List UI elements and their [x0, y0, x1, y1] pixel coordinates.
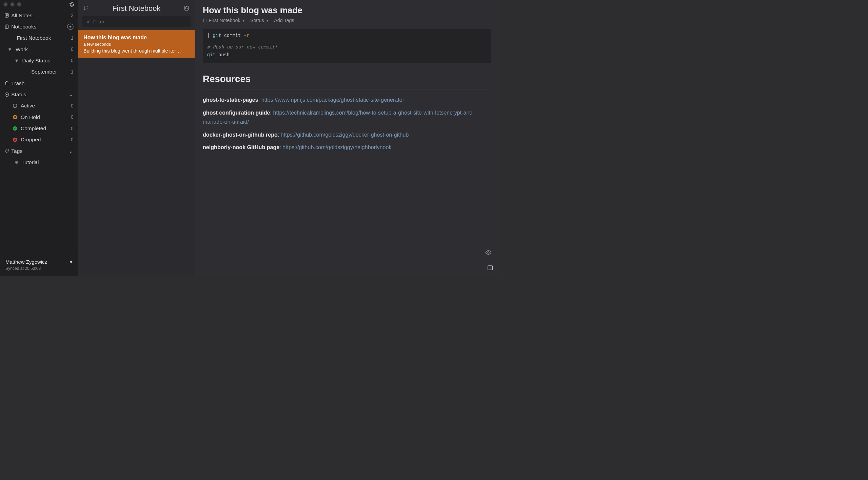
resource-line: ghost configuration guide: https://techn… [203, 108, 491, 126]
sidebar-item-notebooks[interactable]: Notebooks + [0, 21, 78, 32]
more-menu-icon[interactable]: ⋮ [490, 5, 493, 9]
status-count: 0 [71, 126, 74, 131]
settings-icon[interactable] [68, 1, 74, 7]
svg-point-8 [488, 252, 489, 253]
resource-line: docker-ghost-on-github repo: https://git… [203, 130, 491, 139]
note-item-title: How this blog was made [83, 34, 189, 40]
filter-input[interactable] [93, 19, 187, 25]
note-item-time: a few seconds [83, 42, 189, 47]
editor-meta: First Notebook ▾ Status ▾ Add Tags [203, 18, 491, 23]
user-name: Matthew Zygowicz [5, 259, 47, 265]
note-title[interactable]: How this blog was made [203, 5, 491, 15]
notebook-count: 0 [71, 46, 74, 52]
editor-bottom-toolbar [487, 265, 493, 272]
status-label: On Hold [21, 114, 71, 120]
sidebar-notebook-september[interactable]: September 1 [0, 66, 78, 78]
sort-icon[interactable] [82, 4, 90, 12]
notebook-count: 0 [71, 58, 74, 63]
code-line: # Push up our new commit! [207, 43, 487, 51]
sidebar-status-active[interactable]: Active 0 [0, 100, 78, 112]
nav-label: Status [11, 92, 68, 98]
status-selector[interactable]: Status ▾ [250, 18, 268, 23]
sidebar-item-status[interactable]: Status ⌄ [0, 89, 78, 100]
caret-down-icon: ▾ [267, 18, 268, 23]
sidebar: All Notes 2 Notebooks + First Notebook 1… [0, 0, 78, 276]
notebook-name: First Notebook [209, 18, 240, 23]
resource-link[interactable]: https://www.npmjs.com/package/ghost-stat… [261, 97, 404, 103]
sidebar-status-completed[interactable]: ✓ Completed 0 [0, 123, 78, 134]
editor-panel: ⋮ How this blog was made First Notebook … [195, 0, 499, 276]
sync-status: Synced at 20:53:08 [5, 266, 72, 271]
sidebar-tag-tutorial[interactable]: Tutorial [0, 157, 78, 168]
tag-dot-icon [15, 161, 18, 164]
sidebar-nav: All Notes 2 Notebooks + First Notebook 1… [0, 8, 78, 255]
code-line: | git commit -r [207, 32, 487, 39]
svg-point-5 [7, 150, 8, 151]
nav-label: All Notes [11, 13, 71, 19]
nav-label: Trash [11, 80, 73, 86]
sidebar-item-all-notes[interactable]: All Notes 2 [0, 10, 78, 21]
status-label: Status [250, 18, 264, 23]
editor-body[interactable]: | git commit -r # Push up our new commit… [195, 25, 499, 276]
chevron-down-icon[interactable]: ⌄ [68, 92, 74, 98]
trash-icon [4, 81, 12, 86]
notebook-selector[interactable]: First Notebook ▾ [203, 18, 244, 23]
nav-count: 2 [71, 13, 74, 18]
notebook-label: First Notebook [17, 35, 71, 41]
sidebar-status-dropped[interactable]: ✕ Dropped 0 [0, 134, 78, 145]
note-list-header: First Notebook [78, 0, 195, 16]
sidebar-status-onhold[interactable]: II On Hold 0 [0, 112, 78, 123]
resource-link[interactable]: https://github.com/goldsziggy/neighborly… [282, 144, 391, 151]
code-block: | git commit -r # Push up our new commit… [203, 29, 491, 63]
note-list-title: First Notebook [92, 4, 181, 13]
nav-label: Notebooks [11, 24, 67, 30]
notebook-label: September [31, 69, 71, 75]
status-count: 0 [71, 115, 74, 120]
split-view-icon[interactable] [487, 265, 493, 272]
notebook-label: Daily Status [22, 58, 71, 64]
status-dropped-icon: ✕ [13, 138, 17, 142]
sidebar-notebook-work[interactable]: ▾ Work 0 [0, 44, 78, 55]
resource-line: neighborly-nook GitHub page: https://git… [203, 143, 491, 152]
app-root: All Notes 2 Notebooks + First Notebook 1… [0, 0, 499, 276]
editor-header: How this blog was made First Notebook ▾ … [195, 0, 499, 25]
status-count: 0 [71, 137, 74, 142]
status-active-icon [13, 104, 17, 108]
tag-label: Tutorial [21, 159, 74, 165]
note-list-item[interactable]: How this blog was made a few seconds Bui… [78, 30, 195, 58]
note-icon [4, 13, 12, 18]
sidebar-notebook-first-notebook[interactable]: First Notebook 1 [0, 32, 78, 43]
filter-input-container[interactable] [82, 16, 191, 27]
chevron-down-icon[interactable]: ▾ [15, 58, 20, 64]
new-note-icon[interactable] [183, 4, 191, 12]
add-notebook-button[interactable]: + [67, 24, 73, 30]
status-icon [4, 92, 12, 97]
caret-down-icon: ▾ [70, 259, 72, 265]
user-menu[interactable]: Matthew Zygowicz ▾ [5, 259, 72, 265]
caret-down-icon: ▾ [243, 18, 244, 23]
minimize-window-button[interactable] [10, 2, 14, 6]
resource-name: neighborly-nook GitHub page [203, 144, 279, 151]
resource-name: ghost configuration guide [203, 109, 270, 116]
sidebar-item-tags[interactable]: Tags ⌄ [0, 145, 78, 157]
chevron-down-icon[interactable]: ▾ [8, 46, 14, 52]
resource-line: ghost-to-static-pages: https://www.npmjs… [203, 95, 491, 104]
add-tags-button[interactable]: Add Tags [274, 18, 294, 23]
sidebar-item-trash[interactable]: Trash [0, 78, 78, 89]
resource-name: ghost-to-static-pages [203, 97, 258, 103]
resource-link[interactable]: https://github.com/goldsziggy/docker-gho… [281, 132, 409, 138]
chevron-down-icon[interactable]: ⌄ [68, 148, 74, 154]
code-line: git push [207, 51, 487, 59]
status-completed-icon: ✓ [13, 126, 17, 131]
sidebar-notebook-daily-status[interactable]: ▾ Daily Status 0 [0, 55, 78, 66]
close-window-button[interactable] [3, 2, 7, 6]
notebook-icon [4, 24, 12, 29]
status-count: 0 [71, 103, 74, 108]
sidebar-footer: Matthew Zygowicz ▾ Synced at 20:53:08 [0, 255, 78, 276]
nav-label: Tags [11, 148, 68, 154]
zoom-window-button[interactable] [17, 2, 21, 6]
svg-rect-1 [5, 25, 8, 28]
tag-icon [4, 148, 12, 154]
status-onhold-icon: II [13, 115, 17, 119]
preview-toggle-icon[interactable] [485, 249, 492, 257]
